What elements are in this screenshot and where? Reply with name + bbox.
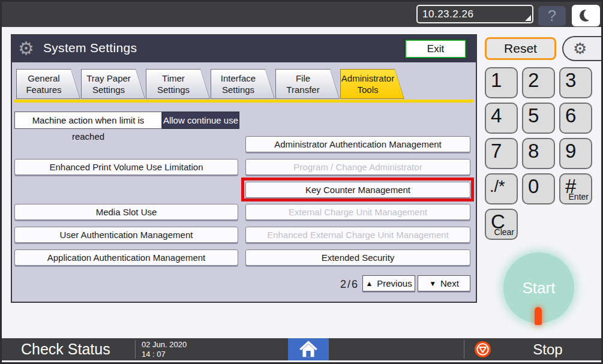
tab-file-transfer[interactable]: File Transfer <box>275 69 340 99</box>
energy-saver-button[interactable] <box>572 5 600 26</box>
tab-administrator-tools[interactable]: Administrator Tools <box>340 69 404 99</box>
panel-header: ⚙ System Settings Exit <box>12 35 476 62</box>
help-button[interactable]: ? <box>538 6 566 26</box>
user-authentication-management-button[interactable]: User Authentication Management <box>14 227 238 243</box>
keypad-4[interactable]: 4 <box>485 103 518 134</box>
gear-icon: ⚙ <box>18 38 34 59</box>
stop-button[interactable]: Stop <box>515 338 581 360</box>
up-triangle-icon: ▲ <box>365 279 373 288</box>
divider <box>464 340 464 359</box>
extended-security-button[interactable]: Extended Security <box>245 249 470 266</box>
top-bar: 10.23.2.26 ? <box>2 2 601 27</box>
program-change-administrator-button: Program / Change Administrator <box>245 159 470 175</box>
bottom-bar: Check Status 02 Jun. 2020 14 : 07 Stop <box>2 338 601 360</box>
reset-button[interactable]: Reset <box>485 37 556 60</box>
home-button[interactable] <box>288 338 329 360</box>
enhanced-external-charge-unit-management-button: Enhanced External Charge Unit Management <box>245 227 470 243</box>
keypad-enter[interactable]: #Enter <box>559 173 592 204</box>
keypad-7[interactable]: 7 <box>485 138 518 169</box>
home-icon <box>298 341 319 359</box>
exit-button[interactable]: Exit <box>405 40 466 58</box>
tab-timer-settings[interactable]: Timer Settings <box>146 69 210 99</box>
crescent-moon-icon <box>580 10 592 22</box>
keypad-3[interactable]: 3 <box>559 67 592 98</box>
keypad-clear[interactable]: CClear <box>485 209 518 240</box>
keypad-0[interactable]: 0 <box>522 173 555 204</box>
ip-address-field[interactable]: 10.23.2.26 <box>416 5 533 23</box>
keypad-1[interactable]: 1 <box>485 67 518 98</box>
stop-icon[interactable] <box>475 341 491 357</box>
external-charge-unit-management-button: External Charge Unit Management <box>245 204 470 220</box>
keypad-6[interactable]: 6 <box>559 103 592 134</box>
system-settings-panel: ⚙ System Settings Exit General Features … <box>11 34 477 303</box>
page-title: System Settings <box>43 41 137 55</box>
limit-action-label: Machine action when limit is reached <box>14 112 162 129</box>
page-indicator: 2/6 <box>324 276 359 293</box>
media-slot-use-button[interactable]: Media Slot Use <box>14 204 238 220</box>
down-triangle-icon: ▼ <box>429 279 436 288</box>
keypad-8[interactable]: 8 <box>522 138 555 169</box>
start-indicator-light <box>535 307 542 325</box>
limit-action-value[interactable]: Allow continue use <box>162 112 239 129</box>
key-counter-highlight-box <box>241 178 474 201</box>
next-label: Next <box>440 278 459 288</box>
tab-general-features[interactable]: General Features <box>16 69 80 99</box>
enhanced-print-volume-use-limitation-button[interactable]: Enhanced Print Volume Use Limitation <box>14 159 238 175</box>
keypad-slash-asterisk[interactable]: ./* <box>485 173 518 204</box>
date-time: 02 Jun. 2020 14 : 07 <box>142 340 187 359</box>
keypad-2[interactable]: 2 <box>522 67 555 98</box>
previous-page-button[interactable]: ▲ Previous <box>362 275 415 291</box>
keypad-9[interactable]: 9 <box>559 138 592 169</box>
active-tab-underline <box>14 100 473 103</box>
time-text: 14 : 07 <box>142 350 187 359</box>
tab-interface-settings[interactable]: Interface Settings <box>211 69 275 99</box>
tab-tray-paper-settings[interactable]: Tray Paper Settings <box>81 69 145 99</box>
date-text: 02 Jun. 2020 <box>142 340 187 350</box>
input-corner-handle-icon <box>525 15 531 21</box>
keypad-5[interactable]: 5 <box>522 103 555 134</box>
divider <box>135 340 136 359</box>
previous-label: Previous <box>377 278 412 288</box>
application-authentication-management-button[interactable]: Application Authentication Management <box>14 249 238 266</box>
ip-address-value: 10.23.2.26 <box>422 8 473 20</box>
gear-icon: ⚙ <box>573 40 587 58</box>
device-screen: 10.23.2.26 ? ⚙ System Settings Exit Gene… <box>0 0 603 364</box>
settings-pill-button[interactable]: ⚙ <box>562 36 601 61</box>
next-page-button[interactable]: ▼ Next <box>418 275 470 291</box>
check-status-button[interactable]: Check Status <box>21 338 110 360</box>
administrator-authentication-management-button[interactable]: Administrator Authentication Management <box>245 136 470 152</box>
